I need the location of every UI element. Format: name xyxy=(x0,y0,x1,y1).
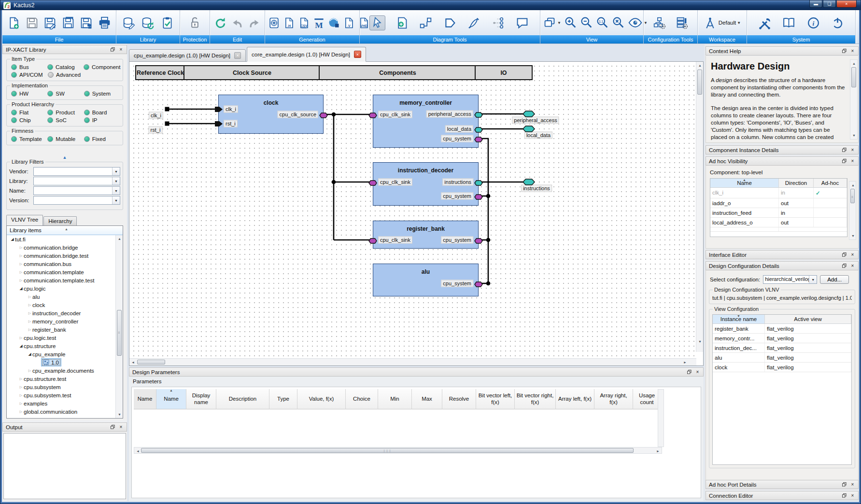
parameters-column-header[interactable]: Min xyxy=(378,389,412,409)
tree-item-cpu_example[interactable]: ◢cpu_example xyxy=(7,350,123,358)
expander-icon[interactable]: ▷ xyxy=(18,279,24,282)
parameters-column-header[interactable]: Value, f(x) xyxy=(297,389,346,409)
expander-icon[interactable]: ▷ xyxy=(27,303,32,307)
csv-generator-button[interactable]: CSV xyxy=(296,16,311,30)
float-panel-icon[interactable] xyxy=(841,147,848,154)
tab-vlnv-tree[interactable]: VLNV Tree xyxy=(6,215,43,225)
filter-toggle-fixed[interactable]: Fixed xyxy=(84,136,120,142)
library-integrity-button[interactable] xyxy=(159,15,175,30)
document-tab[interactable]: core_example.design (1.0) [HW Design]× xyxy=(247,47,366,62)
settings-button[interactable] xyxy=(757,15,773,30)
add-component-button[interactable] xyxy=(394,15,409,30)
tree-item-global-communication[interactable]: ▷global.communication xyxy=(7,407,123,416)
tree-item-clock[interactable]: ▷clock xyxy=(7,301,123,309)
bus-port-cpu_clk_source[interactable] xyxy=(319,112,328,120)
tree-scrollbar[interactable]: ▲ ≡ ▼ xyxy=(115,235,123,418)
float-panel-icon[interactable] xyxy=(109,46,116,53)
tree-item-register_bank[interactable]: ▷register_bank xyxy=(7,325,123,334)
expander-icon[interactable]: ▷ xyxy=(18,393,24,397)
expander-icon[interactable]: ▷ xyxy=(18,402,24,406)
parameters-column-header[interactable]: ▲Name xyxy=(156,389,186,409)
parameters-column-header[interactable]: Resolve xyxy=(442,389,476,409)
print-button[interactable] xyxy=(97,15,113,30)
filter-toggle-template[interactable]: Template xyxy=(11,136,47,142)
expander-icon[interactable]: ▷ xyxy=(18,385,24,389)
parameters-vertical-scrollbar[interactable] xyxy=(658,389,664,447)
zoom-fit-button[interactable] xyxy=(610,15,626,30)
tree-item-communication-template[interactable]: ▷communication.template xyxy=(7,268,123,276)
expander-icon[interactable]: ▷ xyxy=(18,336,24,340)
close-panel-icon[interactable]: × xyxy=(849,263,856,269)
parameters-column-header[interactable]: Usage count xyxy=(633,389,661,409)
expander-icon[interactable]: ▷ xyxy=(18,410,24,414)
configuration-select[interactable]: hierarchical_verilog▼ xyxy=(763,275,817,284)
filter-toggle-flat[interactable]: Flat xyxy=(11,110,47,115)
headers-generator-button[interactable]: .H xyxy=(282,16,296,30)
adhoc-tool-button[interactable] xyxy=(490,15,506,30)
undo-button[interactable] xyxy=(229,15,245,30)
float-panel-icon[interactable] xyxy=(841,158,848,165)
zoom-in-button[interactable] xyxy=(563,15,579,30)
canvas-horizontal-scrollbar[interactable]: ◄ ► xyxy=(129,358,696,365)
adhoc-row-local_address_o[interactable]: local_address_o out xyxy=(710,218,847,227)
parameters-column-header[interactable]: Description xyxy=(216,389,269,409)
parameters-column-header[interactable]: Name xyxy=(134,389,156,409)
close-panel-icon[interactable]: × xyxy=(849,158,856,165)
expander-icon[interactable]: ◢ xyxy=(27,352,32,356)
adhoc-row-clk_i[interactable]: clk_i in ✓ xyxy=(710,188,847,198)
viewcfg-row-clock[interactable]: clockflat_verilog xyxy=(713,363,851,372)
generator-plugin-button[interactable] xyxy=(267,16,282,30)
about-button[interactable]: i xyxy=(805,15,821,30)
float-panel-icon[interactable] xyxy=(841,492,848,499)
save-all-button[interactable] xyxy=(60,15,76,30)
tree-item-memory_controller[interactable]: ▷memory_controller xyxy=(7,317,123,325)
tree-item-alu[interactable]: ▷alu xyxy=(7,293,123,301)
parameters-column-header[interactable]: Bit vector right, f(x) xyxy=(515,389,556,409)
expander-icon[interactable]: ▷ xyxy=(27,328,32,332)
expander-icon[interactable]: ▷ xyxy=(18,262,24,266)
adhoc-col-direction[interactable]: Direction xyxy=(779,179,814,187)
save-as-button[interactable] xyxy=(42,15,58,30)
tree-item-instruction_decoder[interactable]: ▷instruction_decoder xyxy=(7,309,123,317)
parameters-column-header[interactable]: Display name xyxy=(186,389,216,409)
float-panel-icon[interactable] xyxy=(686,369,693,376)
filter-toggle-catalog[interactable]: Catalog xyxy=(47,64,84,70)
library-refresh-button[interactable] xyxy=(140,15,156,30)
expander-icon[interactable]: ▷ xyxy=(27,320,32,323)
parameters-column-header[interactable]: Bit vector left, f(x) xyxy=(476,389,515,409)
lock-button[interactable] xyxy=(187,15,203,30)
add-configuration-button[interactable]: Add... xyxy=(820,275,849,284)
new-design-button[interactable] xyxy=(6,15,22,30)
viewcfg-col-instance[interactable]: ▼Instance name xyxy=(713,315,765,323)
bus-port-peripheral_access[interactable] xyxy=(474,111,483,120)
external-port-label-rst_i[interactable]: rst_i xyxy=(149,126,163,134)
tree-item-1-0[interactable]: 1.0 xyxy=(7,358,123,366)
tree-item-communication-bus[interactable]: ▷communication.bus xyxy=(7,260,123,268)
expander-icon[interactable]: ▷ xyxy=(18,377,24,381)
bus-port-instructions[interactable] xyxy=(474,179,483,188)
canvas-vertical-scrollbar[interactable]: ▲ ▼ xyxy=(696,62,703,352)
library-edit-button[interactable] xyxy=(121,15,137,30)
adhoc-row-instruction_feed[interactable]: instruction_feed in xyxy=(710,208,847,218)
filter-toggle-mutable[interactable]: Mutable xyxy=(47,136,84,142)
filter-toggle-soc[interactable]: SoC xyxy=(47,117,84,123)
tree-item-cpu-subsystem[interactable]: ▷cpu.subsystem xyxy=(7,383,123,391)
filter-toggle-advanced[interactable]: Advanced xyxy=(48,72,85,78)
vendor-filter-combobox[interactable]: ▼ xyxy=(33,167,120,176)
redo-button[interactable] xyxy=(246,15,262,30)
bus-port-local_data[interactable] xyxy=(474,126,483,135)
close-tab-icon[interactable]: × xyxy=(354,51,361,58)
adhoc-col-adhoc[interactable]: Ad-hoc xyxy=(814,179,847,187)
adhoc-row-iaddr_o[interactable]: iaddr_o out xyxy=(710,198,847,208)
io-port-instructions[interactable] xyxy=(522,179,535,187)
expander-icon[interactable]: ▷ xyxy=(18,254,24,258)
filter-toggle-chip[interactable]: Chip xyxy=(11,117,47,123)
viewcfg-row-register_bank[interactable]: register_bankflat_verilog xyxy=(713,324,851,334)
tab-hierarchy[interactable]: Hierarchy xyxy=(43,216,77,225)
expander-icon[interactable]: ◢ xyxy=(10,237,15,241)
context-help-scrollbar[interactable]: ▲ ▼ xyxy=(850,59,858,140)
document-tab[interactable]: cpu_example.design (1.0) [HW Design]× xyxy=(129,49,246,62)
bus-port-cpu_clk_sink[interactable] xyxy=(368,112,377,120)
filter-toggle-hw[interactable]: HW xyxy=(11,91,47,97)
minimize-button[interactable]: ▬ xyxy=(809,0,822,8)
